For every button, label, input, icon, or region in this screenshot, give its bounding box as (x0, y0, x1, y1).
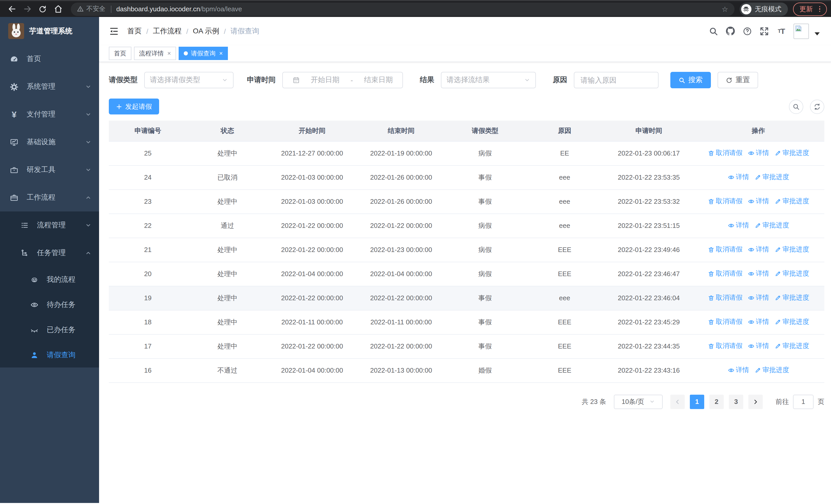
sidebar-item-todo-tasks[interactable]: 待办任务 (0, 292, 99, 317)
back-icon[interactable] (4, 2, 20, 16)
avatar[interactable] (794, 23, 809, 39)
approval-progress-link[interactable]: 审批进度 (774, 197, 809, 206)
detail-link[interactable]: 详情 (748, 245, 769, 254)
help-icon[interactable] (743, 26, 752, 36)
reload-icon[interactable] (35, 2, 50, 16)
detail-link[interactable]: 详情 (748, 269, 769, 278)
approval-progress-link[interactable]: 审批进度 (774, 318, 809, 327)
breadcrumb-item[interactable]: OA 示例 (193, 26, 220, 36)
approval-progress-link[interactable]: 审批进度 (754, 366, 789, 375)
leave-type-select[interactable]: 请选择请假类型 (144, 72, 233, 88)
detail-link[interactable]: 详情 (748, 197, 769, 206)
detail-link[interactable]: 详情 (727, 366, 749, 375)
sidebar-item-my-processes[interactable]: 我的流程 (0, 267, 99, 292)
approval-progress-link[interactable]: 审批进度 (774, 149, 809, 158)
cancel-leave-link[interactable]: 取消请假 (708, 269, 742, 278)
update-button[interactable]: 更新 (793, 2, 827, 16)
reason-cell: EE (524, 141, 605, 165)
start-date-placeholder: 开始日期 (311, 76, 340, 85)
chevron-right-icon (752, 398, 758, 405)
sidebar-item-leave-query[interactable]: 请假查询 (0, 342, 99, 367)
reason-input[interactable] (580, 76, 652, 84)
cancel-leave-link[interactable]: 取消请假 (708, 342, 742, 351)
reset-button[interactable]: 重置 (718, 72, 758, 88)
detail-link[interactable]: 详情 (727, 221, 749, 230)
sidebar-item-infrastructure[interactable]: 基础设施 (0, 128, 99, 156)
detail-link[interactable]: 详情 (748, 318, 769, 327)
create-leave-button[interactable]: 发起请假 (109, 98, 159, 114)
refresh-table-icon[interactable] (810, 99, 824, 114)
goto-page-input[interactable] (793, 394, 813, 409)
end-time-cell: 2022-01-26 00:00:00 (356, 189, 446, 213)
leave-type-cell: 事假 (446, 334, 524, 358)
approval-progress-link[interactable]: 审批进度 (774, 269, 809, 278)
cancel-leave-link[interactable]: 取消请假 (708, 197, 742, 206)
tab-首页[interactable]: 首页 (109, 47, 132, 60)
url-bar[interactable]: 不安全 dashboard.yudao.iocoder.cn/bpm/oa/le… (71, 2, 734, 16)
hide-search-icon[interactable] (789, 99, 803, 114)
next-page-button[interactable] (748, 394, 763, 409)
fullscreen-icon[interactable] (760, 26, 769, 36)
edit-icon (774, 343, 781, 350)
approval-progress-link[interactable]: 审批进度 (774, 245, 809, 254)
sidebar-item-process-management[interactable]: 流程管理 (0, 211, 99, 239)
page-button-2[interactable]: 2 (709, 394, 724, 409)
search-button[interactable]: 搜索 (670, 72, 711, 88)
tab-流程详情[interactable]: 流程详情× (134, 47, 176, 60)
sidebar-item-dev-tools[interactable]: 研发工具 (0, 156, 99, 184)
approval-progress-link[interactable]: 审批进度 (774, 342, 809, 351)
approval-progress-link[interactable]: 审批进度 (754, 173, 789, 182)
url-text: dashboard.yudao.iocoder.cn/bpm/oa/leave (116, 5, 242, 13)
result-select[interactable]: 请选择流结果 (441, 72, 536, 88)
status-cell: 处理中 (187, 286, 268, 310)
user-menu-caret-icon[interactable] (814, 32, 820, 35)
sidebar-item-payment[interactable]: ¥ 支付管理 (0, 100, 99, 128)
page-button-3[interactable]: 3 (729, 394, 743, 409)
page-button-1[interactable]: 1 (690, 394, 704, 409)
sidebar-collapse-icon[interactable] (109, 26, 119, 36)
apply-id-cell: 20 (109, 262, 187, 286)
sidebar-item-system[interactable]: 系统管理 (0, 73, 99, 100)
close-tab-icon[interactable]: × (219, 50, 223, 56)
cancel-leave-link[interactable]: 取消请假 (708, 149, 742, 158)
page-size-select[interactable]: 10条/页 (614, 394, 663, 409)
search-icon[interactable] (709, 26, 718, 36)
detail-link[interactable]: 详情 (748, 149, 769, 158)
font-size-icon[interactable]: TT (777, 26, 786, 36)
detail-link[interactable]: 详情 (748, 293, 769, 302)
breadcrumb-item[interactable]: 工作流程 (153, 26, 182, 36)
bookmark-star-icon[interactable]: ☆ (722, 5, 728, 13)
cancel-leave-link[interactable]: 取消请假 (708, 293, 742, 302)
tab-请假查询[interactable]: 请假查询× (179, 47, 228, 60)
apply-id-cell: 24 (109, 165, 187, 189)
cancel-leave-link[interactable]: 取消请假 (708, 245, 742, 254)
approval-progress-link[interactable]: 审批进度 (754, 221, 789, 230)
github-icon[interactable] (726, 26, 735, 36)
home-icon[interactable] (50, 2, 66, 16)
view-icon (748, 343, 754, 350)
detail-link[interactable]: 详情 (727, 173, 749, 182)
cancel-leave-link[interactable]: 取消请假 (708, 318, 742, 327)
sidebar-item-home[interactable]: 首页 (0, 45, 99, 73)
prev-page-button[interactable] (670, 394, 685, 409)
security-chip[interactable]: 不安全 (77, 5, 106, 13)
app-logo[interactable]: 芋道管理系统 (0, 17, 99, 45)
view-icon (748, 270, 754, 277)
gear-icon (10, 82, 19, 91)
end-time-cell: 2022-01-22 00:00:00 (356, 286, 446, 310)
close-tab-icon[interactable]: × (167, 50, 171, 56)
sidebar-item-done-tasks[interactable]: 已办任务 (0, 317, 99, 342)
detail-link[interactable]: 详情 (748, 342, 769, 351)
view-icon (727, 367, 734, 374)
approval-progress-link[interactable]: 审批进度 (774, 293, 809, 302)
breadcrumb-item[interactable]: 首页 (127, 26, 142, 36)
apply-time-range-picker[interactable]: 开始日期 - 结束日期 (282, 72, 403, 88)
forward-icon[interactable] (20, 2, 35, 16)
status-cell: 不通过 (187, 358, 268, 382)
page-size-value: 10条/页 (622, 397, 644, 406)
start-time-cell: 2022-01-22 00:00:00 (268, 213, 356, 238)
browser-menu-icon[interactable] (819, 6, 820, 12)
sidebar-item-task-management[interactable]: 任务管理 (0, 239, 99, 267)
edit-icon (754, 174, 761, 181)
sidebar-item-workflow[interactable]: 工作流程 (0, 184, 99, 211)
